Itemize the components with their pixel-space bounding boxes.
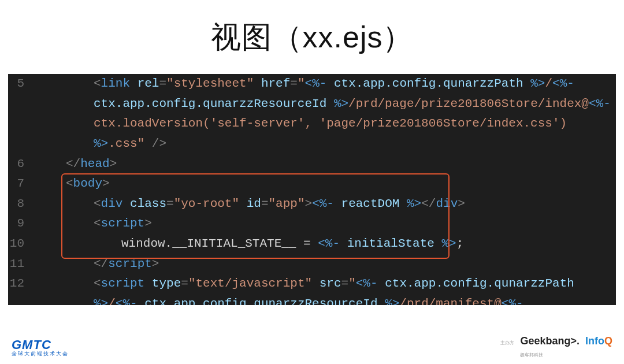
code-content: <script> [38, 214, 616, 234]
code-editor: 5 <link rel="stylesheet" href="<%- ctx.a… [8, 74, 616, 305]
infoq-logo: InfoQ [585, 335, 612, 347]
code-line: %>.css" /> [8, 134, 616, 154]
sponsor-logos: 主办方 Geekbang>. 极客邦科技 InfoQ [500, 335, 612, 359]
line-number: 5 [8, 74, 38, 94]
gmtc-logo: GMTC 全球大前端技术大会 [12, 339, 69, 356]
code-content: ctx.loadVersion('self-server', 'page/pri… [38, 114, 616, 134]
code-line: 6 </head> [8, 154, 616, 174]
slide-title: 视图（xx.ejs） [0, 17, 624, 58]
slide-footer: GMTC 全球大前端技术大会 主办方 Geekbang>. 极客邦科技 Info… [0, 334, 624, 364]
code-line: 11 </script> [8, 254, 616, 274]
code-content: ctx.app.config.qunarzzResourceId %>/prd/… [38, 94, 616, 114]
line-number: 9 [8, 214, 38, 234]
code-line: 5 <link rel="stylesheet" href="<%- ctx.a… [8, 74, 616, 94]
line-number: 8 [8, 194, 38, 214]
code-content: <body> [38, 174, 616, 194]
geekbang-logo: Geekbang>. 极客邦科技 [520, 335, 580, 359]
code-line: 10 window.__INITIAL_STATE__ = <%- initia… [8, 234, 616, 254]
code-line: 8 <div class="yo-root" id="app"><%- reac… [8, 194, 616, 214]
line-number: 7 [8, 174, 38, 194]
code-line: ctx.loadVersion('self-server', 'page/pri… [8, 114, 616, 134]
code-line: 9 <script> [8, 214, 616, 234]
code-content: <script type="text/javascript" src="<%- … [38, 274, 616, 294]
code-content: %>/<%- ctx.app.config.qunarzzResourceId … [38, 294, 616, 305]
slide: 视图（xx.ejs） 5 <link rel="stylesheet" href… [0, 0, 624, 364]
line-number: 12 [8, 274, 38, 294]
code-line: %>/<%- ctx.app.config.qunarzzResourceId … [8, 294, 616, 305]
code-content: </head> [38, 154, 616, 174]
line-number: 6 [8, 154, 38, 174]
code-content: window.__INITIAL_STATE__ = <%- initialSt… [38, 234, 616, 254]
line-number: 11 [8, 254, 38, 274]
code-content: </script> [38, 254, 616, 274]
code-line: ctx.app.config.qunarzzResourceId %>/prd/… [8, 94, 616, 114]
code-content: %>.css" /> [38, 134, 616, 154]
code-line: 12 <script type="text/javascript" src="<… [8, 274, 616, 294]
code-line: 7 <body> [8, 174, 616, 194]
code-content: <link rel="stylesheet" href="<%- ctx.app… [38, 74, 616, 94]
code-content: <div class="yo-root" id="app"><%- reactD… [38, 194, 616, 214]
line-number: 10 [8, 234, 38, 254]
